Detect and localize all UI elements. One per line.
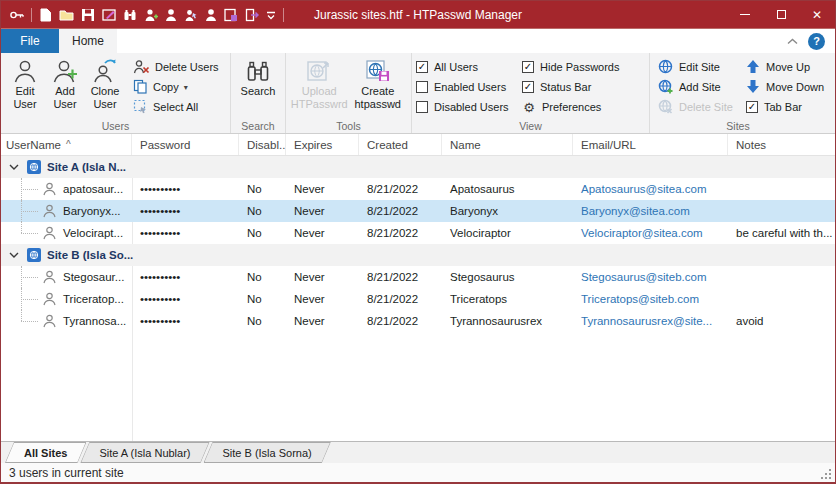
clone-user-button[interactable]: Clone User [85, 56, 125, 120]
new-file-icon[interactable] [39, 8, 52, 22]
column-header-disabled[interactable]: Disabl... [239, 134, 286, 155]
tab-file[interactable]: File [1, 29, 59, 53]
checkbox-checked-icon: ✓ [746, 101, 758, 113]
toolbar-separator [283, 8, 284, 22]
minimize-icon [740, 14, 750, 15]
disabled-users-checkbox[interactable]: Disabled Users [416, 97, 522, 117]
maximize-button[interactable] [763, 1, 799, 28]
column-header-notes[interactable]: Notes [728, 134, 835, 155]
delete-users-button[interactable]: Delete Users [133, 57, 219, 77]
clone-user-icon[interactable] [205, 8, 217, 22]
app-key-icon [9, 8, 24, 22]
site-icon [27, 248, 41, 262]
expires-value: Never [286, 288, 359, 310]
tab-bar-checkbox[interactable]: ✓ Tab Bar [746, 97, 824, 117]
username: Velocirapt... [63, 227, 123, 239]
email-link[interactable]: Baryonyx@sitea.com [573, 200, 728, 222]
create-htpasswd-icon[interactable] [224, 8, 238, 22]
expires-value: Never [286, 310, 359, 332]
email-link[interactable]: Apatosaurus@sitea.com [573, 178, 728, 200]
hide-passwords-checkbox[interactable]: ✓ Hide Passwords [522, 57, 619, 77]
checkbox-unchecked-icon [416, 81, 428, 93]
user-icon [43, 270, 56, 286]
notes-value [728, 266, 835, 288]
enabled-users-checkbox[interactable]: Enabled Users [416, 77, 522, 97]
edit-htpasswd-icon[interactable] [102, 8, 116, 22]
column-header-username[interactable]: UserName^ [1, 134, 132, 155]
edit-site-icon [658, 59, 673, 76]
add-user-icon[interactable] [144, 8, 158, 22]
close-button[interactable]: ✕ [799, 1, 835, 28]
column-header-password[interactable]: Password [132, 134, 239, 155]
chevron-down-icon[interactable] [9, 252, 19, 258]
maximize-icon [777, 10, 786, 19]
user-row[interactable]: apatosaur... •••••••••• No Never 8/21/20… [1, 178, 835, 200]
column-header-expires[interactable]: Expires [286, 134, 359, 155]
column-header-email[interactable]: Email/URL [573, 134, 728, 155]
resize-grip-icon[interactable] [819, 467, 831, 479]
select-user-icon[interactable] [184, 8, 198, 22]
ribbon-tab-row: File Home ? [1, 29, 835, 53]
collapse-ribbon-icon[interactable] [787, 38, 798, 45]
tab-site-b[interactable]: Site B (Isla Sorna) [204, 442, 331, 463]
exit-icon[interactable] [245, 8, 259, 22]
site-tab-bar: All Sites Site A (Isla Nublar) Site B (I… [1, 441, 835, 463]
search-button[interactable]: Search [235, 56, 281, 120]
tab-home[interactable]: Home [59, 29, 117, 53]
email-link[interactable]: Tyrannosaurusrex@site... [573, 310, 728, 332]
user-row-selected[interactable]: Baryonyx... •••••••••• No Never 8/21/202… [1, 200, 835, 222]
add-site-button[interactable]: Add Site [658, 77, 746, 97]
disabled-value: No [239, 222, 286, 244]
add-user-icon [52, 57, 78, 85]
add-user-button[interactable]: Add User [45, 56, 85, 120]
edit-site-button[interactable]: Edit Site [658, 57, 746, 77]
site-group-row[interactable]: Site A (Isla N... [1, 156, 835, 178]
move-up-button[interactable]: Move Up [746, 57, 824, 77]
all-users-checkbox[interactable]: ✓ All Users [416, 57, 522, 77]
user-icon [43, 314, 56, 330]
preferences-button[interactable]: ⚙ Preferences [522, 97, 619, 117]
select-all-button[interactable]: Select All [133, 97, 219, 117]
window-title: Jurassic sites.htf - HTPasswd Manager [314, 8, 522, 22]
edit-user-button[interactable]: Edit User [5, 56, 45, 120]
expires-value: Never [286, 222, 359, 244]
create-htpasswd-button[interactable]: Create htpasswd [349, 56, 408, 120]
users-group-caption: Users [1, 120, 230, 132]
select-all-icon [133, 99, 148, 116]
user-row[interactable]: Velocirapt... •••••••••• No Never 8/21/2… [1, 222, 835, 244]
edit-site-label: Edit Site [679, 61, 720, 73]
open-file-icon[interactable] [59, 8, 74, 22]
move-up-label: Move Up [766, 61, 810, 73]
edit-user-icon[interactable] [165, 8, 177, 22]
username: Tyrannosa... [63, 315, 126, 327]
save-icon[interactable] [81, 8, 95, 22]
column-header-name[interactable]: Name [442, 134, 573, 155]
tab-site-a[interactable]: Site A (Isla Nublar) [80, 442, 209, 463]
tab-all-sites[interactable]: All Sites [5, 442, 86, 463]
name-value: Velociraptor [442, 222, 573, 244]
column-header-created[interactable]: Created [359, 134, 442, 155]
notes-value [728, 200, 835, 222]
app-window: Jurassic sites.htf - HTPasswd Manager ✕ … [0, 0, 836, 484]
move-down-button[interactable]: Move Down [746, 77, 824, 97]
tab-bar-label: Tab Bar [764, 101, 802, 113]
chevron-down-icon[interactable] [9, 164, 19, 170]
help-icon: ? [813, 35, 820, 47]
user-row[interactable]: Stegosaur... •••••••••• No Never 8/21/20… [1, 266, 835, 288]
title-bar[interactable]: Jurassic sites.htf - HTPasswd Manager ✕ [1, 1, 835, 29]
search-icon[interactable] [123, 8, 137, 22]
email-link[interactable]: Stegosaurus@siteb.com [573, 266, 728, 288]
email-link[interactable]: Velociraptor@sitea.com [573, 222, 728, 244]
site-group-row[interactable]: Site B (Isla So... [1, 244, 835, 266]
toolbar-overflow-icon[interactable] [266, 10, 276, 20]
help-button[interactable]: ? [808, 33, 825, 50]
copy-button[interactable]: Copy ▾ [133, 77, 219, 97]
password: •••••••••• [132, 266, 239, 288]
user-row[interactable]: Triceratop... •••••••••• No Never 8/21/2… [1, 288, 835, 310]
user-icon [43, 204, 56, 220]
user-row[interactable]: Tyrannosa... •••••••••• No Never 8/21/20… [1, 310, 835, 332]
minimize-button[interactable] [727, 1, 763, 28]
status-bar-checkbox[interactable]: ✓ Status Bar [522, 77, 619, 97]
username: Triceratop... [63, 293, 124, 305]
email-link[interactable]: Triceratops@siteb.com [573, 288, 728, 310]
